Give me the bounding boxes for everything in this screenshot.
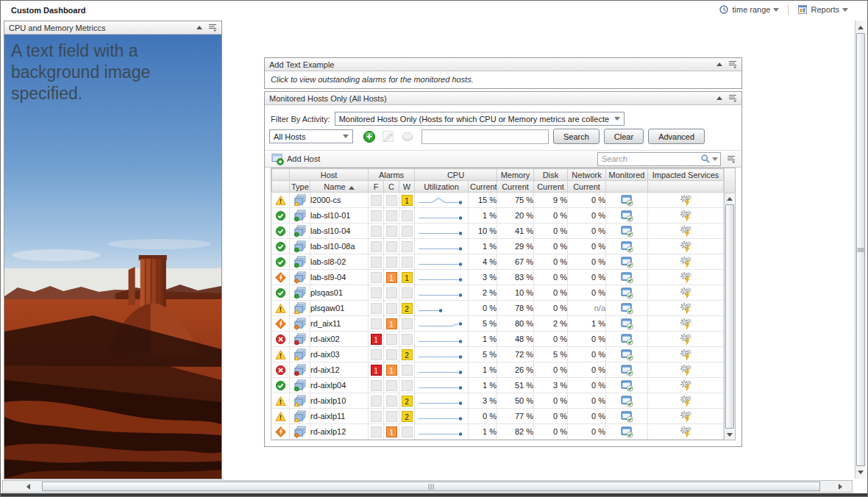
- host-row[interactable]: rd-aix12111 %26 %0 %0 %: [272, 362, 724, 378]
- monitored-cell[interactable]: [606, 362, 648, 378]
- impacted-services-cell[interactable]: [648, 424, 724, 440]
- collapse-icon[interactable]: [716, 96, 722, 100]
- host-name[interactable]: rd-aix12: [310, 362, 369, 378]
- delete-list-button[interactable]: [400, 129, 414, 143]
- host-row[interactable]: lab-sl10-08a1 %29 %0 %0 %: [272, 239, 724, 254]
- scroll-right-button[interactable]: [834, 482, 846, 491]
- warning-alarm-badge[interactable]: 1: [402, 195, 413, 206]
- host-row[interactable]: rd-aixlp1023 %50 %0 %0 %: [272, 393, 724, 409]
- monitored-cell[interactable]: [606, 347, 648, 362]
- monitored-cell[interactable]: [606, 224, 648, 239]
- cpu-utilization-cell[interactable]: [415, 409, 469, 424]
- cpu-utilization-cell[interactable]: [415, 254, 469, 270]
- host-row[interactable]: rd_aix1115 %80 %2 %1 %: [272, 316, 724, 332]
- col-fatal[interactable]: F: [369, 181, 384, 193]
- monitored-cell[interactable]: [606, 285, 648, 301]
- col-group-impacted[interactable]: Impacted Services: [648, 169, 724, 181]
- collapse-icon[interactable]: [716, 62, 722, 66]
- cpu-utilization-cell[interactable]: [415, 362, 469, 378]
- warning-alarm-badge[interactable]: 2: [402, 396, 413, 407]
- cpu-utilization-cell[interactable]: [415, 285, 469, 301]
- impacted-services-cell[interactable]: [648, 362, 724, 378]
- monitored-cell[interactable]: [606, 239, 648, 254]
- scroll-down-button[interactable]: [855, 467, 866, 477]
- reports-control[interactable]: Reports: [797, 4, 848, 15]
- host-row[interactable]: plsqas012 %10 %0 %0 %: [272, 285, 724, 301]
- col-type[interactable]: Type: [290, 181, 310, 193]
- alarms-link-text[interactable]: Click to view outstanding alarms for the…: [265, 71, 741, 88]
- cpu-utilization-cell[interactable]: [415, 347, 469, 362]
- host-name[interactable]: lab-sl9-04: [310, 270, 369, 285]
- host-row[interactable]: lab-sl9-04113 %83 %0 %0 %: [272, 270, 724, 285]
- panel-menu-icon[interactable]: [728, 94, 737, 102]
- col-memory-current[interactable]: Current: [497, 181, 534, 193]
- cpu-utilization-cell[interactable]: [415, 301, 469, 316]
- cpu-utilization-cell[interactable]: [415, 393, 469, 409]
- host-row[interactable]: rd-aix0325 %72 %5 %0 %: [272, 347, 724, 362]
- scrollbar-thumb[interactable]: [725, 204, 734, 429]
- col-group-memory[interactable]: Memory: [497, 169, 534, 181]
- impacted-services-cell[interactable]: [648, 316, 724, 332]
- critical-alarm-badge[interactable]: 1: [386, 272, 397, 283]
- host-name[interactable]: lab-sl10-08a: [310, 239, 369, 254]
- scrollbar-thumb[interactable]: [856, 33, 865, 466]
- search-icon[interactable]: [700, 154, 711, 164]
- cpu-utilization-cell[interactable]: [415, 316, 469, 332]
- impacted-services-cell[interactable]: [648, 285, 724, 301]
- col-network-current[interactable]: Current: [568, 181, 606, 193]
- cpu-utilization-cell[interactable]: [415, 224, 469, 239]
- cpu-utilization-cell[interactable]: [415, 208, 469, 224]
- monitored-cell[interactable]: [606, 316, 648, 332]
- time-range-control[interactable]: time range: [719, 4, 779, 15]
- cpu-utilization-cell[interactable]: [415, 332, 469, 347]
- warning-alarm-badge[interactable]: 1: [402, 272, 413, 283]
- host-row[interactable]: lab-sl10-0410 %41 %0 %0 %: [272, 224, 724, 239]
- monitored-cell[interactable]: [606, 208, 648, 224]
- critical-alarm-badge[interactable]: 1: [386, 318, 397, 329]
- host-name[interactable]: lab-sl10-04: [310, 224, 369, 239]
- window-horizontal-scrollbar[interactable]: [2, 480, 853, 493]
- col-group-network[interactable]: Network: [568, 169, 606, 181]
- col-group-alarms[interactable]: Alarms: [369, 169, 415, 181]
- impacted-services-cell[interactable]: [648, 347, 724, 362]
- table-vertical-scrollbar[interactable]: [724, 193, 735, 440]
- host-row[interactable]: rd-aixlp1120 %77 %0 %0 %: [272, 409, 724, 424]
- search-options-caret-icon[interactable]: [712, 157, 718, 161]
- host-name[interactable]: l2000-cs: [310, 193, 369, 208]
- scroll-up-button[interactable]: [725, 193, 735, 204]
- col-disk-current[interactable]: Current: [534, 181, 568, 193]
- panel-menu-icon[interactable]: [728, 60, 737, 68]
- cpu-utilization-cell[interactable]: [415, 424, 469, 440]
- host-name[interactable]: rd-aixlp10: [310, 393, 369, 409]
- warning-alarm-badge[interactable]: 2: [402, 349, 413, 360]
- scroll-down-button[interactable]: [725, 429, 735, 440]
- monitored-cell[interactable]: [606, 332, 648, 347]
- window-vertical-scrollbar[interactable]: [855, 21, 866, 479]
- col-cpu-current[interactable]: Current: [469, 181, 497, 193]
- table-menu-icon[interactable]: [727, 155, 736, 163]
- col-critical[interactable]: C: [384, 181, 399, 193]
- host-name[interactable]: plsqaw01: [310, 301, 369, 316]
- col-group-disk[interactable]: Disk: [534, 169, 568, 181]
- monitored-cell[interactable]: [606, 424, 648, 440]
- monitored-cell[interactable]: [606, 254, 648, 270]
- col-name[interactable]: Name: [310, 181, 369, 193]
- edit-list-button[interactable]: [381, 129, 395, 143]
- impacted-services-cell[interactable]: [648, 378, 724, 393]
- host-row[interactable]: lab-sl8-024 %67 %0 %0 %: [272, 254, 724, 270]
- critical-alarm-badge[interactable]: 1: [386, 365, 397, 376]
- host-row[interactable]: rd-aixlp041 %51 %3 %0 %: [272, 378, 724, 393]
- critical-alarm-badge[interactable]: 1: [386, 426, 397, 437]
- monitored-cell[interactable]: [606, 301, 648, 316]
- host-name[interactable]: rd-aixlp12: [310, 424, 369, 440]
- impacted-services-cell[interactable]: [648, 393, 724, 409]
- cpu-utilization-cell[interactable]: [415, 270, 469, 285]
- monitored-cell[interactable]: [606, 378, 648, 393]
- host-filter-input[interactable]: [421, 129, 549, 144]
- impacted-services-cell[interactable]: [648, 332, 724, 347]
- scroll-left-button[interactable]: [22, 482, 34, 491]
- host-row[interactable]: rd-aix0211 %48 %0 %0 %: [272, 332, 724, 347]
- host-name[interactable]: rd-aixlp04: [310, 378, 369, 393]
- impacted-services-cell[interactable]: [648, 239, 724, 254]
- clear-button[interactable]: Clear: [604, 129, 644, 144]
